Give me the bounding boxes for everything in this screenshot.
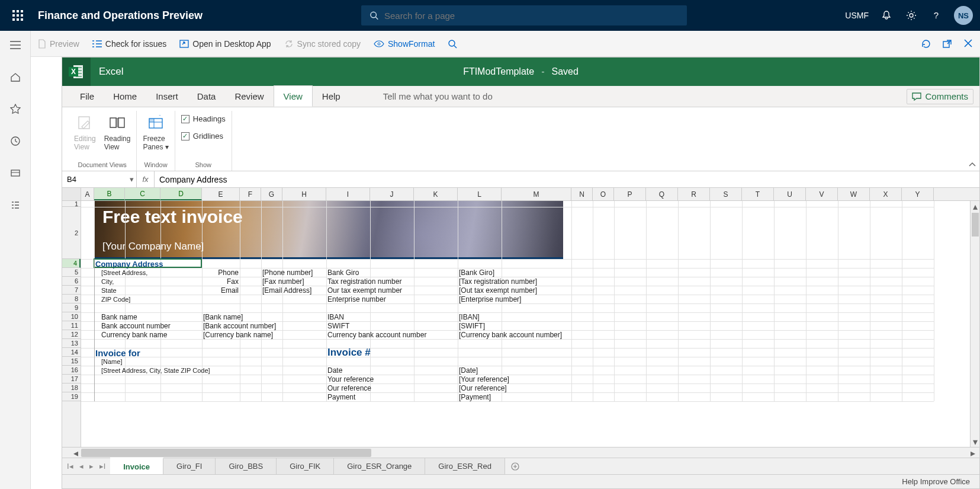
avatar[interactable]: NS <box>954 6 973 25</box>
col-header-T[interactable]: T <box>742 188 774 200</box>
formula-input[interactable] <box>155 171 979 187</box>
tell-me[interactable]: Tell me what you want to do <box>374 86 502 107</box>
cell-I5[interactable]: Bank Giro <box>327 269 359 277</box>
cell-B5[interactable]: [Street Address, <box>101 269 147 277</box>
vertical-scrollbar[interactable]: ▴ ▾ <box>970 201 979 447</box>
col-header-F[interactable]: F <box>240 188 261 200</box>
reading-view-button[interactable]: ReadingView <box>104 111 131 151</box>
col-header-V[interactable]: V <box>806 188 838 200</box>
workspace-icon[interactable] <box>5 162 26 184</box>
tab-file[interactable]: File <box>70 86 104 107</box>
row-header-1[interactable]: 1 <box>62 201 81 207</box>
check-issues-button[interactable]: Check for issues <box>92 39 166 49</box>
tab-data[interactable]: Data <box>188 86 226 107</box>
sheet-tab-giro_esr_red[interactable]: Giro_ESR_Red <box>425 458 505 474</box>
cell-G7[interactable]: [Email Address] <box>262 286 311 295</box>
sheet-tab-invoice[interactable]: Invoice <box>110 458 163 474</box>
cell-I12[interactable]: Currency bank account number <box>327 331 426 339</box>
cell-E12[interactable]: [Currency bank name] <box>203 331 273 339</box>
tab-review[interactable]: Review <box>225 86 273 107</box>
cell-I14[interactable]: Invoice # <box>327 349 371 357</box>
col-header-N[interactable]: N <box>571 188 593 200</box>
cell-I6[interactable]: Tax registration number <box>327 277 401 286</box>
cell-L6[interactable]: [Tax registration number] <box>459 277 537 286</box>
search-input[interactable] <box>384 11 679 21</box>
close-icon[interactable] <box>963 39 973 49</box>
select-all-corner[interactable] <box>62 188 81 200</box>
row-header-6[interactable]: 6 <box>62 277 81 286</box>
row-header-15[interactable]: 15 <box>62 357 81 366</box>
cell-I7[interactable]: Our tax exempt number <box>327 286 402 295</box>
row-header-18[interactable]: 18 <box>62 383 81 392</box>
gear-icon[interactable] <box>904 8 918 23</box>
row-header-7[interactable]: 7 <box>62 286 81 295</box>
cell-I10[interactable]: IBAN <box>327 313 344 321</box>
cell-E10[interactable]: [Bank name] <box>203 313 243 321</box>
col-header-W[interactable]: W <box>838 188 870 200</box>
sheet-tab-giro_esr_orange[interactable]: Giro_ESR_Orange <box>334 458 425 474</box>
row-header-2[interactable]: 2 <box>62 207 81 259</box>
col-header-M[interactable]: M <box>502 188 571 200</box>
row-header-8[interactable]: 8 <box>62 295 81 303</box>
cell-B15[interactable]: [Name] <box>101 357 122 366</box>
col-header-S[interactable]: S <box>710 188 742 200</box>
horizontal-scrollbar[interactable]: ◂ ▸ <box>62 447 979 458</box>
cell-B7[interactable]: State <box>101 286 117 295</box>
cell-B6[interactable]: City, <box>101 277 114 286</box>
cell-I16[interactable]: Date <box>327 366 342 375</box>
gridlines-checkbox[interactable]: ✓Gridlines <box>181 132 226 140</box>
col-header-D[interactable]: D <box>160 188 202 200</box>
sheet-tab-giro_fik[interactable]: Giro_FIK <box>277 458 334 474</box>
open-desktop-button[interactable]: Open in Desktop App <box>179 39 271 49</box>
headings-checkbox[interactable]: ✓Headings <box>181 114 226 123</box>
recent-icon[interactable] <box>5 130 26 152</box>
row-header-5[interactable]: 5 <box>62 268 81 277</box>
name-box[interactable]: B4 ▾ <box>62 171 137 187</box>
app-launcher-icon[interactable] <box>7 5 28 26</box>
chevron-down-icon[interactable]: ▾ <box>130 175 134 184</box>
help-icon[interactable]: ? <box>929 8 943 23</box>
cell-L17[interactable]: [Your reference] <box>459 375 509 383</box>
col-header-R[interactable]: R <box>678 188 710 200</box>
row-header-13[interactable]: 13 <box>62 339 81 348</box>
cell-L18[interactable]: [Our reference] <box>459 384 507 392</box>
cell-G5[interactable]: [Phone number] <box>262 269 313 277</box>
refresh-icon[interactable] <box>921 39 931 49</box>
bell-icon[interactable] <box>879 8 894 23</box>
col-header-X[interactable]: X <box>870 188 902 200</box>
cell-B11[interactable]: Bank account number <box>101 322 171 330</box>
spreadsheet-grid[interactable]: ABCDEFGHIJKLMNOPQRSTUVWXY 12456789101112… <box>62 188 979 458</box>
row-header-4[interactable]: 4 <box>62 259 81 268</box>
cell-L10[interactable]: [IBAN] <box>459 313 480 321</box>
status-text[interactable]: Help Improve Office <box>902 477 970 486</box>
cell-I17[interactable]: Your reference <box>327 375 374 383</box>
col-header-G[interactable]: G <box>261 188 282 200</box>
cell-B8[interactable]: ZIP Code] <box>101 295 130 303</box>
cell-B12[interactable]: Currency bank name <box>101 331 167 339</box>
cell-L8[interactable]: [Enterprise number] <box>459 295 521 303</box>
fx-icon[interactable]: fx <box>137 171 155 187</box>
row-header-9[interactable]: 9 <box>62 303 81 312</box>
freeze-panes-button[interactable]: * FreezePanes ▾ <box>143 111 168 151</box>
preview-button[interactable]: Preview <box>38 39 79 49</box>
modules-icon[interactable] <box>5 194 26 216</box>
cell-L7[interactable]: [Out tax exempt number] <box>459 286 537 295</box>
tab-help[interactable]: Help <box>313 86 350 107</box>
cell-B4[interactable]: Company Address <box>95 260 163 268</box>
search-action-icon[interactable] <box>448 39 457 49</box>
col-header-A[interactable]: A <box>81 188 94 200</box>
cell-B10[interactable]: Bank name <box>101 313 137 321</box>
row-header-16[interactable]: 16 <box>62 366 81 375</box>
col-header-E[interactable]: E <box>202 188 240 200</box>
col-header-P[interactable]: P <box>614 188 646 200</box>
cell-I8[interactable]: Enterprise number <box>327 295 386 303</box>
cell-B14[interactable]: Invoice for <box>95 349 140 357</box>
cell-L5[interactable]: [Bank Giro] <box>459 269 494 277</box>
cell-I19[interactable]: Payment <box>327 393 355 401</box>
col-header-Y[interactable]: Y <box>902 188 934 200</box>
cell-E6[interactable]: Fax <box>203 277 239 286</box>
tab-view[interactable]: View <box>274 85 313 107</box>
search-box[interactable] <box>361 5 687 25</box>
col-header-Q[interactable]: Q <box>646 188 678 200</box>
col-header-U[interactable]: U <box>774 188 806 200</box>
